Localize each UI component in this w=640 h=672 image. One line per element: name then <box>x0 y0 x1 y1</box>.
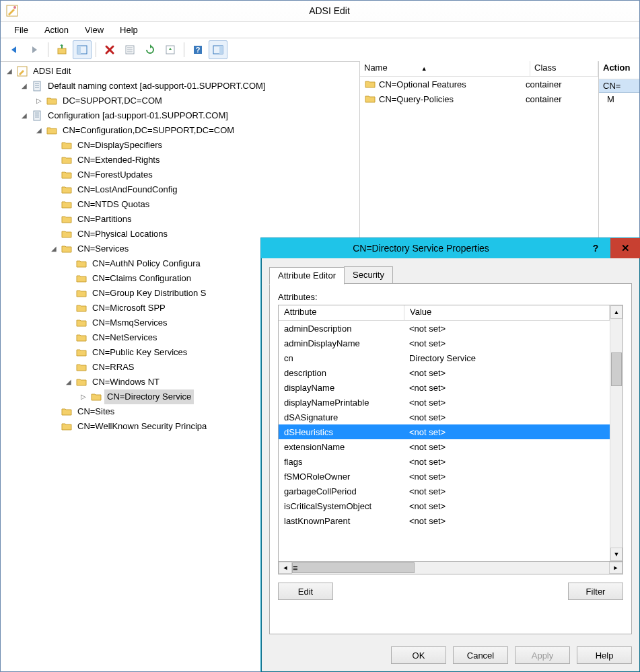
up-button[interactable] <box>52 40 71 59</box>
vertical-scrollbar[interactable]: ▲ ▼ <box>610 305 623 561</box>
tree-toggle-icon[interactable]: ▷ <box>34 94 44 108</box>
svg-rect-19 <box>34 111 40 120</box>
horizontal-scrollbar[interactable]: ◄ ≡ ► <box>278 562 623 574</box>
tree-toggle-icon[interactable]: ◢ <box>34 123 44 138</box>
help-button[interactable]: Help <box>577 646 632 664</box>
tree-item-label: CN=Directory Service <box>104 389 194 404</box>
tree-toggle-icon[interactable]: ◢ <box>64 375 73 389</box>
dialog-title-bar[interactable]: CN=Directory Service Properties ? ✕ <box>261 238 640 258</box>
attributes-table[interactable]: Attribute Value adminDescription<not set… <box>278 305 623 562</box>
tree-extended-rights[interactable]: ·CN=Extended-Rights <box>1 153 359 167</box>
scroll-up-icon[interactable]: ▲ <box>610 305 623 319</box>
attribute-row[interactable]: flags<not set> <box>279 454 610 469</box>
ok-button[interactable]: OK <box>391 646 446 664</box>
properties-button[interactable] <box>120 40 139 59</box>
export-button[interactable] <box>161 40 180 59</box>
scroll-down-icon[interactable]: ▼ <box>610 548 623 561</box>
tree-item-label: CN=RRAS <box>90 360 137 375</box>
edit-button[interactable]: Edit <box>278 583 333 600</box>
attr-name: dSHeuristics <box>279 427 404 437</box>
tree-partitions[interactable]: ·CN=Partitions <box>1 212 359 227</box>
tree-cn-configuration[interactable]: ◢CN=Configuration,DC=SUPPORT,DC=COM <box>1 123 359 138</box>
tree-toggle-icon[interactable]: ◢ <box>20 108 29 123</box>
tree-configuration-context[interactable]: ◢Configuration [ad-support-01.SUPPORT.CO… <box>1 108 359 123</box>
attribute-row[interactable]: displayName<not set> <box>279 380 610 395</box>
list-row[interactable]: CN=Query-Policiescontainer <box>360 91 598 106</box>
attribute-row[interactable]: description<not set> <box>279 365 610 380</box>
attr-name: adminDescription <box>279 324 404 334</box>
forward-button[interactable] <box>25 40 44 59</box>
tree-toggle-icon[interactable]: ▷ <box>79 389 88 404</box>
cancel-button[interactable]: Cancel <box>453 646 508 664</box>
actions-selection[interactable]: CN= <box>599 79 639 93</box>
menu-help[interactable]: Help <box>112 24 146 36</box>
folder-icon <box>75 273 87 284</box>
attribute-row[interactable]: cnDirectory Service <box>279 350 610 365</box>
actions-item[interactable]: M <box>599 93 639 106</box>
tab-security[interactable]: Security <box>344 266 393 284</box>
folder-icon <box>364 94 376 104</box>
action-pane-button[interactable] <box>209 40 227 59</box>
folder-icon <box>46 125 58 136</box>
attr-value: <not set> <box>404 442 610 452</box>
tree-default-naming-context[interactable]: ◢Default naming context [ad-support-01.S… <box>1 79 359 94</box>
tree-toggle-icon[interactable]: ◢ <box>5 64 14 79</box>
dialog-close-button[interactable]: ✕ <box>610 238 640 258</box>
attribute-row[interactable]: isCriticalSystemObject<not set> <box>279 498 610 513</box>
filter-button[interactable]: Filter <box>568 583 623 600</box>
scroll-right-icon[interactable]: ► <box>609 562 623 574</box>
col-value[interactable]: Value <box>404 305 610 320</box>
tab-attribute-editor[interactable]: Attribute Editor <box>269 267 345 285</box>
attribute-row[interactable]: dSASignature<not set> <box>279 410 610 424</box>
svg-rect-2 <box>58 48 66 54</box>
attr-name: garbageCollPeriod <box>279 486 404 496</box>
dialog-help-button[interactable]: ? <box>581 238 610 258</box>
col-class[interactable]: Class <box>530 61 598 76</box>
tree-root[interactable]: ◢ADSI Edit <box>1 64 359 79</box>
menu-action[interactable]: Action <box>36 24 77 36</box>
tree-item-label: CN=Physical Locations <box>75 227 170 241</box>
tree-display-specifiers[interactable]: ·CN=DisplaySpecifiers <box>1 138 359 153</box>
folder-icon <box>75 258 87 269</box>
col-name[interactable]: Name▲ <box>360 61 530 76</box>
attribute-row[interactable]: adminDescription<not set> <box>279 321 610 336</box>
folder-icon <box>61 199 73 210</box>
scroll-thumb[interactable] <box>611 352 622 386</box>
attribute-row[interactable]: extensionName<not set> <box>279 439 610 454</box>
tree-ntds-quotas[interactable]: ·CN=NTDS Quotas <box>1 197 359 212</box>
attr-name: lastKnownParent <box>279 516 404 526</box>
help-button[interactable]: ? <box>188 40 207 59</box>
folder-icon <box>61 184 73 195</box>
attribute-row[interactable]: displayNamePrintable<not set> <box>279 395 610 410</box>
back-button[interactable] <box>5 40 24 59</box>
svg-point-1 <box>13 6 16 9</box>
tree-item-label: CN=Extended-Rights <box>75 153 162 167</box>
folder-icon <box>75 362 87 373</box>
apply-button[interactable]: Apply <box>515 646 570 664</box>
tree-lost-and-found[interactable]: ·CN=LostAndFoundConfig <box>1 182 359 197</box>
menu-file[interactable]: File <box>6 24 36 36</box>
attribute-row[interactable]: fSMORoleOwner<not set> <box>279 469 610 484</box>
col-attribute[interactable]: Attribute <box>279 305 404 320</box>
folder-icon <box>61 214 73 225</box>
attr-name: flags <box>279 457 404 467</box>
tree-item-label: CN=AuthN Policy Configura <box>90 256 203 271</box>
scroll-left-icon[interactable]: ◄ <box>279 562 292 574</box>
tree-dc-support[interactable]: ▷DC=SUPPORT,DC=COM <box>1 94 359 108</box>
tree-toggle-icon[interactable]: ◢ <box>20 79 29 94</box>
hscroll-thumb[interactable]: ≡ <box>292 562 415 573</box>
tree-toggle-icon[interactable]: ◢ <box>49 241 59 256</box>
attribute-row[interactable]: garbageCollPeriod<not set> <box>279 484 610 498</box>
refresh-button[interactable] <box>141 40 159 59</box>
tree-item-label: CN=DisplaySpecifiers <box>75 138 165 153</box>
attr-value: <not set> <box>404 368 610 378</box>
attribute-row[interactable]: dSHeuristics<not set> <box>279 424 610 439</box>
attribute-row[interactable]: adminDisplayName<not set> <box>279 336 610 350</box>
list-row[interactable]: CN=Optional Featurescontainer <box>360 77 598 91</box>
show-tree-button[interactable] <box>73 40 92 59</box>
delete-button[interactable] <box>100 40 119 59</box>
tree-forest-updates[interactable]: ·CN=ForestUpdates <box>1 167 359 182</box>
attribute-row[interactable]: lastKnownParent<not set> <box>279 513 610 528</box>
menu-view[interactable]: View <box>77 24 112 36</box>
folder-icon <box>61 229 73 239</box>
